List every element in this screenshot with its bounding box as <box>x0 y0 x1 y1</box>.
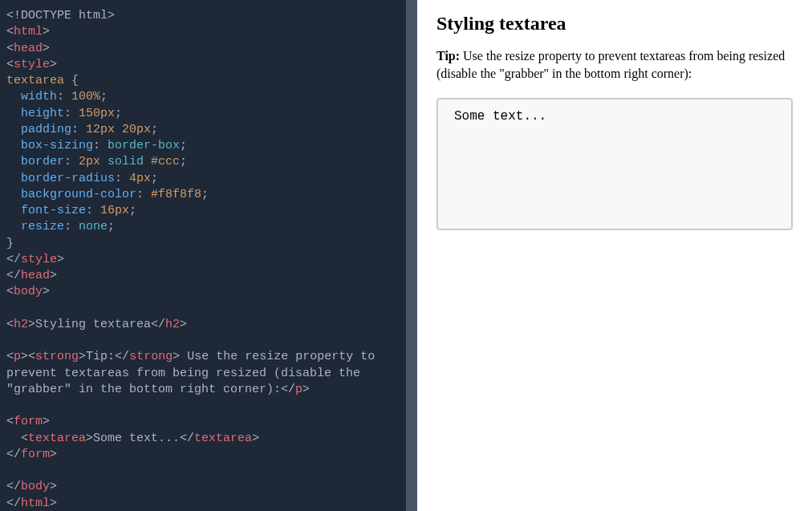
tip-label: Tip: <box>436 49 460 63</box>
tip-paragraph: Tip: Use the resize property to prevent … <box>436 47 793 82</box>
tip-text: Use the resize property to prevent texta… <box>436 49 785 80</box>
doctype-line: <!DOCTYPE html> <box>6 9 115 22</box>
preview-panel: Styling textarea Tip: Use the resize pro… <box>417 0 812 511</box>
preview-heading: Styling textarea <box>436 13 793 34</box>
demo-form <box>436 98 793 233</box>
code-editor-panel[interactable]: <!DOCTYPE html> <html> <head> <style> te… <box>0 0 406 511</box>
app-container: <!DOCTYPE html> <html> <head> <style> te… <box>0 0 812 511</box>
code-content[interactable]: <!DOCTYPE html> <html> <head> <style> te… <box>6 8 400 511</box>
demo-textarea[interactable] <box>436 98 793 230</box>
panel-divider[interactable] <box>406 0 417 511</box>
